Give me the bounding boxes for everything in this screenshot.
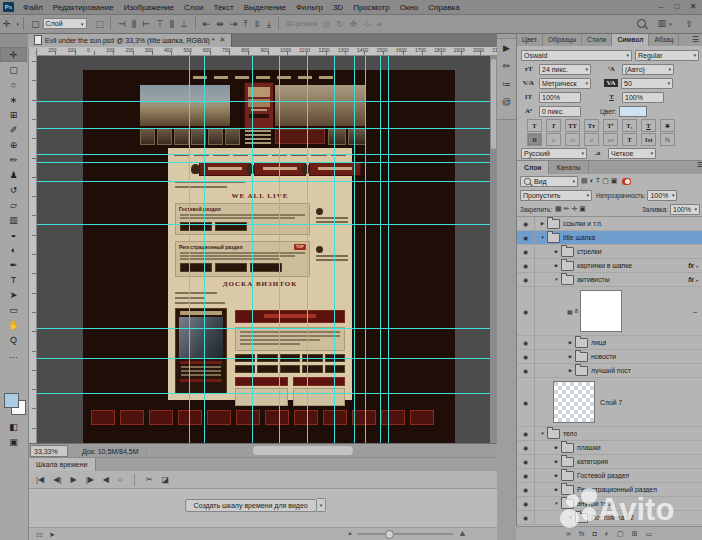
opentype-button[interactable]: ½ xyxy=(660,133,675,146)
opentype-button[interactable]: ơ xyxy=(546,133,561,146)
collapsed-panel-icon[interactable]: ≔ xyxy=(497,75,516,93)
healing-brush-tool[interactable]: ⊕ xyxy=(0,137,27,152)
search-icon[interactable] xyxy=(637,19,646,28)
blend-mode-dropdown[interactable]: Пропустить▾ xyxy=(520,190,592,201)
panel-menu-icon[interactable]: ☰ xyxy=(697,161,702,174)
pen-tool[interactable]: ✒ xyxy=(0,257,27,272)
visibility-eye-icon[interactable]: ◉ xyxy=(517,245,535,258)
guide-vertical[interactable] xyxy=(354,55,355,443)
vertical-ruler[interactable] xyxy=(28,55,37,443)
layer-filter-icon[interactable]: ▣ xyxy=(610,177,619,184)
distribute-icon[interactable]: ⇥ xyxy=(227,19,241,29)
collapsed-panel-icon[interactable]: ▶ xyxy=(497,39,516,57)
canvas-viewport[interactable]: WE ALL LIVE Гостевой раздел Регистрацион… xyxy=(36,55,497,443)
new-layer-icon[interactable]: ⊞ xyxy=(632,530,638,538)
font-family-dropdown[interactable]: Oswald▾ xyxy=(521,50,632,61)
collapsed-panel-icon[interactable]: @ xyxy=(497,93,516,111)
quick-selection-tool[interactable]: ∗ xyxy=(0,92,27,107)
layer-filter-icon[interactable]: ◐ xyxy=(589,177,595,184)
hand-tool[interactable]: ✋ xyxy=(0,317,27,332)
text-color-swatch[interactable] xyxy=(619,106,647,117)
baseline-shift-field[interactable]: 0 пикс. xyxy=(539,106,581,117)
guide-horizontal[interactable] xyxy=(36,224,497,225)
layer-thumbnail[interactable] xyxy=(553,381,595,423)
panel-tab-Цвет[interactable]: Цвет xyxy=(517,33,543,46)
close-button[interactable]: ✕ xyxy=(686,0,700,12)
status-options-arrow[interactable]: 〉 xyxy=(145,447,151,456)
distribute-icon[interactable]: ⤓ xyxy=(264,19,274,29)
vertical-scrollbar[interactable] xyxy=(490,55,497,443)
layer-row[interactable]: ◉▶Гостевой раздел xyxy=(517,469,702,483)
guide-vertical[interactable] xyxy=(380,55,381,443)
restore-button[interactable]: □ xyxy=(670,0,684,12)
guide-horizontal[interactable] xyxy=(36,128,497,129)
kerning-dropdown[interactable]: Метрическ▾ xyxy=(539,78,591,89)
layers-tab-Слои[interactable]: Слои xyxy=(517,161,549,174)
horizontal-scrollbar[interactable] xyxy=(253,446,353,455)
distribute-icon[interactable]: ⇳ xyxy=(250,19,264,29)
guide-horizontal[interactable] xyxy=(36,358,497,359)
layer-row[interactable]: ◉▶лучший пост xyxy=(517,364,702,378)
transform-controls-checkbox[interactable]: ⬚ xyxy=(93,19,107,29)
layer-row[interactable]: ◉▦8– xyxy=(517,287,702,336)
language-dropdown[interactable]: Русский▾ xyxy=(521,148,587,159)
canvas[interactable]: WE ALL LIVE Гостевой раздел Регистрацион… xyxy=(83,70,455,443)
next-frame-icon[interactable]: |▶ xyxy=(86,475,94,484)
loop-icon[interactable]: ○ xyxy=(118,475,123,484)
align-icon[interactable]: ⊢ xyxy=(139,19,153,29)
layer-row[interactable]: ◉▶Регистрационный раздел xyxy=(517,483,702,497)
menu-3[interactable]: Изображение xyxy=(119,3,179,12)
menu-1[interactable]: Файл xyxy=(18,3,48,12)
delete-layer-icon[interactable]: ▭ xyxy=(645,530,652,538)
menu-4[interactable]: Слои xyxy=(179,3,208,12)
distribute-icon[interactable]: ⇤ xyxy=(200,19,214,29)
timeline-mode-dropdown[interactable]: ▾ xyxy=(317,498,327,512)
char-style-button[interactable]: T₁ xyxy=(622,119,637,132)
history-brush-tool[interactable]: ↺ xyxy=(0,182,27,197)
visibility-eye-icon[interactable]: ◉ xyxy=(517,441,535,454)
blur-tool[interactable]: ◒ xyxy=(0,227,27,242)
clone-stamp-tool[interactable]: ♟ xyxy=(0,167,27,182)
guide-vertical[interactable] xyxy=(279,55,280,443)
align-icon[interactable]: ⫼ xyxy=(129,19,139,29)
layer-row[interactable]: ◉▶лица xyxy=(517,336,702,350)
visibility-eye-icon[interactable]: ◉ xyxy=(517,497,535,510)
visibility-eye-icon[interactable]: ◉ xyxy=(517,378,535,426)
visibility-eye-icon[interactable]: ◉ xyxy=(517,217,535,230)
menu-9[interactable]: Просмотр xyxy=(348,3,395,12)
panel-tab-Образцы[interactable]: Образцы xyxy=(543,33,582,46)
tab-close-icon[interactable]: ✕ xyxy=(220,36,226,44)
transition-icon[interactable]: ◪ xyxy=(162,475,170,484)
auto-select-target-dropdown[interactable]: Слой▾ xyxy=(43,18,87,29)
distribute-icon[interactable]: ⇹ xyxy=(213,19,227,29)
visibility-eye-icon[interactable]: ◉ xyxy=(517,231,535,244)
layer-filter-icon[interactable]: ▤ xyxy=(580,177,589,184)
move-tool[interactable]: ✛ xyxy=(0,47,27,62)
menu-5[interactable]: Текст xyxy=(208,3,238,12)
zoom-tool[interactable]: Q xyxy=(0,332,27,347)
timeline-zoom-slider[interactable]: ▲ ▲ xyxy=(347,530,467,538)
char-style-button[interactable]: TT xyxy=(565,119,580,132)
visibility-eye-icon[interactable]: ◉ xyxy=(517,273,535,286)
timeline-tab[interactable]: Шкала времени xyxy=(28,458,96,471)
leading-dropdown[interactable]: (Авто)▾ xyxy=(622,64,674,75)
dodge-tool[interactable]: ◐ xyxy=(0,242,27,257)
tool-preset-caret-icon[interactable]: ▾ xyxy=(17,21,20,27)
fill-field[interactable]: 100%▾ xyxy=(670,204,700,215)
eyedropper-tool[interactable]: ✐ xyxy=(0,122,27,137)
vertical-scale-field[interactable]: 100% xyxy=(539,92,581,103)
guide-horizontal[interactable] xyxy=(36,328,497,329)
layer-row[interactable]: ◉▶категория xyxy=(517,455,702,469)
guide-vertical[interactable] xyxy=(307,55,308,443)
opentype-button[interactable]: аа xyxy=(603,133,618,146)
previous-frame-icon[interactable]: ◀| xyxy=(53,475,61,484)
split-clip-icon[interactable]: ✂ xyxy=(146,475,153,484)
workspace-switcher-icon[interactable]: ▥▾ xyxy=(654,18,674,29)
opacity-field[interactable]: 100%▾ xyxy=(647,190,677,201)
align-icon[interactable]: ⊥ xyxy=(177,19,191,29)
horizontal-ruler[interactable]: 3002001000100200300400500600700800900100… xyxy=(36,47,497,56)
guide-horizontal[interactable] xyxy=(36,154,497,155)
layer-row[interactable]: ◉▼тело xyxy=(517,427,702,441)
layer-style-icon[interactable]: fx xyxy=(579,530,584,537)
layers-tab-Каналы[interactable]: Каналы xyxy=(549,161,588,174)
